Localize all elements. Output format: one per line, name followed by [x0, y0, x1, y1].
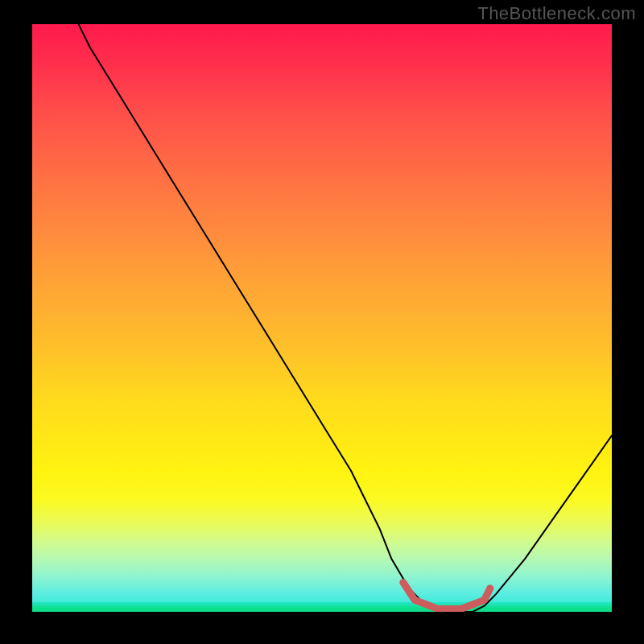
- plot-frame: [0, 24, 644, 644]
- watermark-text: TheBottleneck.com: [477, 3, 636, 24]
- optimal-range-marker: [403, 583, 490, 609]
- plot-area: [32, 24, 612, 612]
- bottleneck-curve: [79, 24, 612, 612]
- chart-root: TheBottleneck.com: [0, 0, 644, 644]
- curve-svg: [32, 24, 612, 612]
